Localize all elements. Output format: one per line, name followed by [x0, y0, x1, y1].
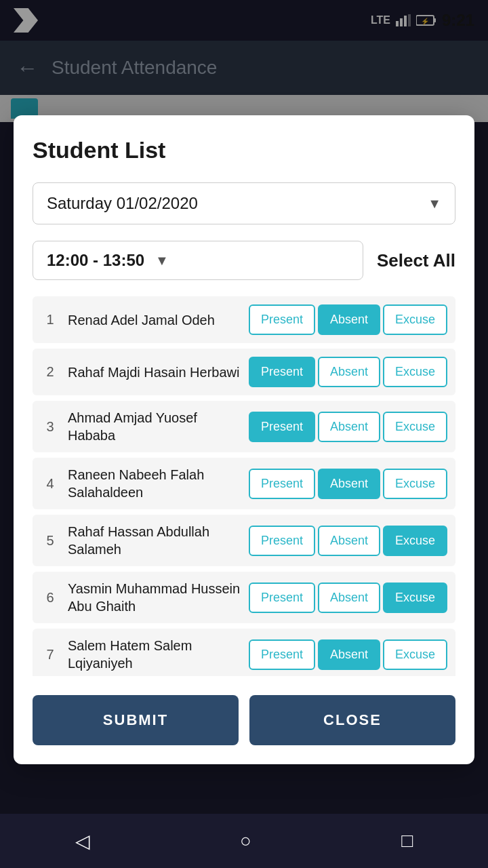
table-row: 5 Rahaf Hassan Abdullah Salameh Present … [33, 515, 455, 566]
student-name: Salem Hatem Salem Lqiyaniyeh [68, 637, 241, 672]
student-list-dialog: Student List Saturday 01/02/2020 ▼ 12:00… [14, 115, 474, 764]
present-button[interactable]: Present [249, 639, 315, 670]
attendance-buttons: Present Absent Excuse [249, 639, 447, 670]
table-row: 3 Ahmad Amjad Yuosef Hababa Present Abse… [33, 401, 455, 452]
time-value: 12:00 - 13:50 [47, 251, 144, 270]
dialog-title: Student List [33, 137, 455, 163]
student-number: 1 [41, 312, 60, 328]
absent-button[interactable]: Absent [318, 583, 380, 613]
student-name: Ahmad Amjad Yuosef Hababa [68, 409, 241, 444]
student-number: 2 [41, 364, 60, 380]
student-name: Yasmin Muhammad Hussein Abu Ghaith [68, 580, 241, 615]
present-button[interactable]: Present [249, 526, 315, 556]
time-selector[interactable]: 12:00 - 13:50 ▼ [33, 241, 363, 280]
recents-nav-icon[interactable]: □ [401, 830, 413, 852]
attendance-buttons: Present Absent Excuse [249, 357, 447, 387]
attendance-buttons: Present Absent Excuse [249, 304, 447, 335]
attendance-buttons: Present Absent Excuse [249, 526, 447, 556]
select-all-button[interactable]: Select All [377, 250, 455, 271]
student-number: 3 [41, 419, 60, 435]
time-row: 12:00 - 13:50 ▼ Select All [33, 241, 455, 280]
table-row: 2 Rahaf Majdi Hasain Herbawi Present Abs… [33, 349, 455, 395]
table-row: 1 Renad Adel Jamal Odeh Present Absent E… [33, 296, 455, 343]
present-button[interactable]: Present [249, 469, 315, 499]
present-button[interactable]: Present [249, 412, 315, 442]
absent-button[interactable]: Absent [318, 469, 380, 499]
excuse-button[interactable]: Excuse [383, 412, 447, 442]
table-row: 4 Raneen Nabeeh Falah Salahaldeen Presen… [33, 458, 455, 509]
bottom-nav: ◁ ○ □ [0, 814, 488, 868]
home-nav-icon[interactable]: ○ [240, 830, 251, 852]
excuse-button[interactable]: Excuse [383, 583, 447, 613]
absent-button[interactable]: Absent [318, 526, 380, 556]
student-name: Rahaf Majdi Hasain Herbawi [68, 363, 241, 381]
excuse-button[interactable]: Excuse [383, 526, 447, 556]
submit-button[interactable]: SUBMIT [33, 695, 239, 745]
student-number: 5 [41, 533, 60, 549]
dialog-bottom-buttons: SUBMIT CLOSE [33, 695, 455, 745]
time-dropdown-arrow-icon: ▼ [155, 253, 169, 269]
absent-button[interactable]: Absent [318, 304, 380, 335]
table-row: 7 Salem Hatem Salem Lqiyaniyeh Present A… [33, 629, 455, 676]
date-dropdown-arrow-icon: ▼ [428, 196, 441, 212]
student-number: 7 [41, 647, 60, 663]
present-button[interactable]: Present [249, 357, 315, 387]
attendance-buttons: Present Absent Excuse [249, 469, 447, 499]
date-selector[interactable]: Saturday 01/02/2020 ▼ [33, 182, 455, 224]
date-value: Saturday 01/02/2020 [47, 194, 198, 213]
student-name: Rahaf Hassan Abdullah Salameh [68, 523, 241, 558]
absent-button[interactable]: Absent [318, 357, 380, 387]
excuse-button[interactable]: Excuse [383, 469, 447, 499]
student-list: 1 Renad Adel Jamal Odeh Present Absent E… [33, 296, 455, 676]
student-name: Renad Adel Jamal Odeh [68, 311, 241, 329]
excuse-button[interactable]: Excuse [383, 639, 447, 670]
student-number: 6 [41, 590, 60, 606]
attendance-buttons: Present Absent Excuse [249, 412, 447, 442]
back-nav-icon[interactable]: ◁ [75, 830, 90, 852]
present-button[interactable]: Present [249, 583, 315, 613]
excuse-button[interactable]: Excuse [383, 357, 447, 387]
present-button[interactable]: Present [249, 304, 315, 335]
dialog-overlay: Student List Saturday 01/02/2020 ▼ 12:00… [0, 0, 488, 868]
student-number: 4 [41, 476, 60, 492]
absent-button[interactable]: Absent [318, 639, 380, 670]
close-button[interactable]: CLOSE [249, 695, 455, 745]
absent-button[interactable]: Absent [318, 412, 380, 442]
student-name: Raneen Nabeeh Falah Salahaldeen [68, 466, 241, 501]
attendance-buttons: Present Absent Excuse [249, 583, 447, 613]
table-row: 6 Yasmin Muhammad Hussein Abu Ghaith Pre… [33, 572, 455, 623]
excuse-button[interactable]: Excuse [383, 304, 447, 335]
